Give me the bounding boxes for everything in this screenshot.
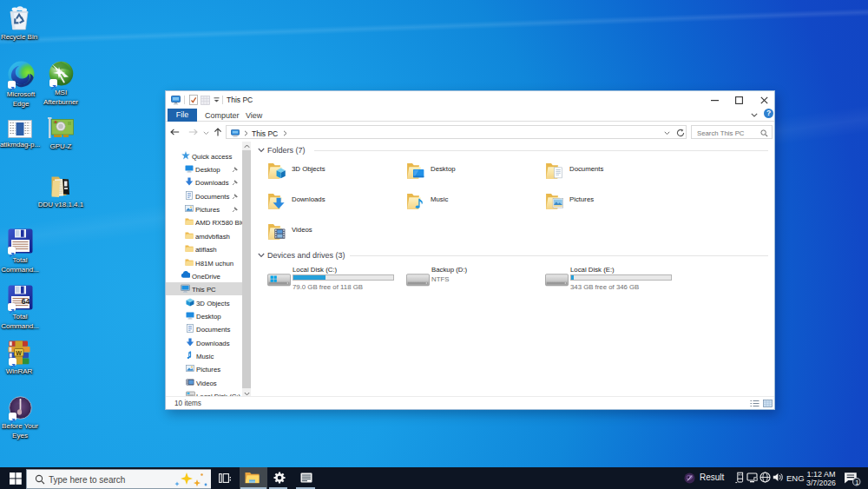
svg-text:1: 1	[855, 478, 858, 486]
svg-text:64: 64	[21, 297, 30, 306]
svg-text:W: W	[16, 350, 22, 356]
